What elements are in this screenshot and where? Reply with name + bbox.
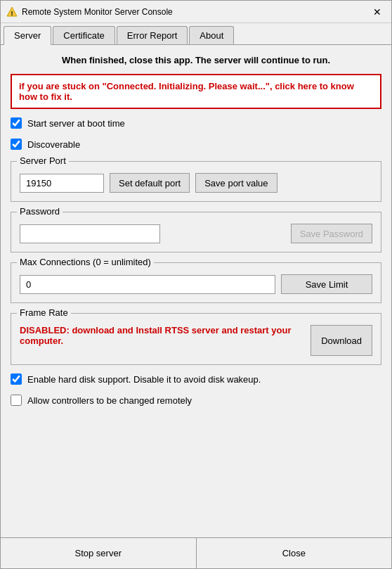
svg-text:!: ! <box>11 10 13 17</box>
framerate-disabled-message: DISABLED: download and Install RTSS serv… <box>20 325 303 346</box>
set-default-port-button[interactable]: Set default port <box>110 173 190 193</box>
port-group-label: Server Port <box>17 155 69 166</box>
tab-certificate[interactable]: Certificate <box>53 26 115 44</box>
password-row: Save Password <box>20 224 372 243</box>
window-title: Remote System Monitor Server Console <box>22 7 173 17</box>
save-password-button[interactable]: Save Password <box>291 224 372 243</box>
discoverable-row: Discoverable <box>11 137 381 151</box>
hard-disk-label: Enable hard disk support. Disable it to … <box>27 374 261 385</box>
close-button[interactable]: Close <box>197 538 392 568</box>
framerate-content: DISABLED: download and Install RTSS serv… <box>20 325 372 356</box>
port-row: Set default port Save port value <box>20 173 372 193</box>
stop-server-button[interactable]: Stop server <box>1 538 197 568</box>
hard-disk-checkbox[interactable] <box>11 373 22 385</box>
start-server-row: Start server at boot time <box>11 116 381 130</box>
frame-rate-group-label: Frame Rate <box>17 307 71 318</box>
discoverable-checkbox[interactable] <box>11 139 22 150</box>
max-conn-group-label: Max Connections (0 = unlimited) <box>17 257 154 267</box>
info-message: When finished, close this app. The serve… <box>11 53 381 67</box>
start-server-checkbox[interactable] <box>11 117 22 129</box>
password-input[interactable] <box>20 224 160 243</box>
max-conn-row: Save Limit <box>20 274 372 294</box>
max-conn-input[interactable] <box>20 275 275 294</box>
app-icon: ! <box>6 6 18 18</box>
start-server-label: Start server at boot time <box>27 118 125 129</box>
save-port-button[interactable]: Save port value <box>195 173 277 193</box>
close-window-button[interactable]: ✕ <box>369 4 386 20</box>
tab-about[interactable]: About <box>189 26 234 44</box>
tab-error-report[interactable]: Error Report <box>117 26 188 44</box>
main-window: ! Remote System Monitor Server Console ✕… <box>0 0 392 569</box>
frame-rate-group: Frame Rate DISABLED: download and Instal… <box>11 313 381 365</box>
server-tab-content: When finished, close this app. The serve… <box>1 45 391 537</box>
footer-bar: Stop server Close <box>1 537 391 568</box>
download-button[interactable]: Download <box>311 325 372 356</box>
title-bar: ! Remote System Monitor Server Console ✕ <box>1 1 391 23</box>
save-limit-button[interactable]: Save Limit <box>281 274 372 294</box>
controllers-label: Allow controllers to be changed remotely <box>27 395 192 406</box>
password-group-label: Password <box>17 206 63 217</box>
controllers-checkbox[interactable] <box>11 395 22 406</box>
port-input[interactable] <box>20 174 104 193</box>
warning-box[interactable]: if you are stuck on "Connected. Initiali… <box>11 74 381 109</box>
discoverable-label: Discoverable <box>27 139 80 150</box>
controllers-row: Allow controllers to be changed remotely <box>11 393 381 407</box>
password-group: Password Save Password <box>11 212 381 252</box>
tab-server[interactable]: Server <box>4 26 51 45</box>
tab-bar: Server Certificate Error Report About <box>1 23 391 45</box>
hard-disk-row: Enable hard disk support. Disable it to … <box>11 372 381 386</box>
max-connections-group: Max Connections (0 = unlimited) Save Lim… <box>11 262 381 303</box>
server-port-group: Server Port Set default port Save port v… <box>11 161 381 202</box>
